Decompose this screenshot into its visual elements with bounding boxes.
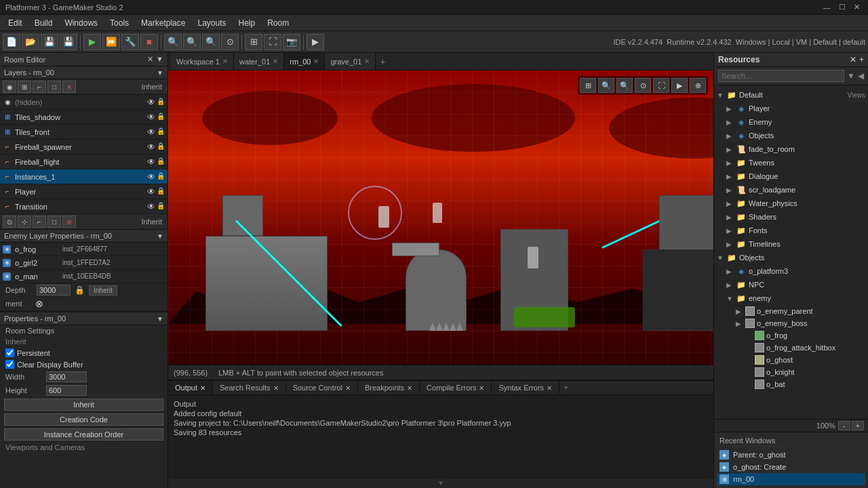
resources-search-input[interactable] — [718, 70, 844, 82]
instance-props-header[interactable]: Enemy Layer Properties - rm_00 ▼ — [0, 230, 167, 243]
bottom-tab-output[interactable]: Output ✕ — [168, 382, 213, 394]
canvas-play-btn[interactable]: ▶ — [671, 78, 688, 93]
persistent-checkbox[interactable] — [5, 348, 14, 357]
layer-fireball-flight-eye-icon[interactable]: 👁 — [147, 157, 155, 167]
source-tab-close-icon[interactable]: ✕ — [345, 384, 351, 392]
output-tab-close-icon[interactable]: ✕ — [200, 384, 205, 392]
stop-btn[interactable]: ■ — [140, 34, 158, 50]
layer-item-fireball-flight[interactable]: ⌐ Fireball_flight 👁 🔒 — [0, 155, 167, 169]
workspace-tab-close-icon[interactable]: ✕ — [222, 58, 228, 65]
tree-item-o-bat[interactable]: o_bat — [714, 378, 868, 390]
canvas-zoom-in-btn[interactable]: 🔍 — [616, 78, 633, 93]
recent-item-ghost-parent[interactable]: ◈ Parent: o_ghost — [717, 449, 865, 461]
search-toolbar-btn[interactable]: 🔍 — [164, 34, 182, 50]
debug-btn[interactable]: ⏩ — [102, 34, 120, 50]
layer-delete-btn[interactable]: ✕ — [62, 81, 76, 93]
tree-item-shaders[interactable]: ▶ 📁 Shaders — [714, 210, 868, 224]
tab-grave01[interactable]: grave_01 ✕ — [325, 53, 376, 70]
layer-fireball-spawner-lock-icon[interactable]: 🔒 — [157, 142, 165, 152]
bottom-tab-breakpoints[interactable]: Breakpoints ✕ — [358, 382, 420, 394]
tree-item-o-ghost[interactable]: o_ghost — [714, 354, 868, 366]
tree-item-o-enemy-parent[interactable]: ▶ o_enemy_parent — [714, 305, 868, 317]
add-tab-btn[interactable]: + — [376, 56, 389, 67]
canvas-zoom-out-btn[interactable]: 🔍 — [598, 78, 614, 93]
tree-item-o-frog[interactable]: o_frog — [714, 329, 868, 342]
tree-item-enemy-top[interactable]: ▶ ◈ Enemy — [714, 115, 868, 129]
recent-item-rm00[interactable]: ⊞ rm_00 — [717, 473, 865, 485]
tree-item-fonts[interactable]: ▶ 📁 Fonts — [714, 224, 868, 237]
tree-item-objects-folder[interactable]: ▼ 📁 Objects — [714, 251, 868, 264]
layers-header[interactable]: Layers - rm_00 ▼ — [0, 66, 167, 79]
fullscreen-btn[interactable]: ⛶ — [264, 34, 281, 50]
depth-inherit-btn[interactable]: Inherit — [89, 285, 117, 296]
layer-instances-1-eye-icon[interactable]: 👁 — [147, 172, 155, 182]
search-expand-icon[interactable]: ▼ — [847, 71, 855, 81]
zoom-minus-btn[interactable]: - — [838, 421, 850, 430]
menu-windows[interactable]: Windows — [59, 17, 103, 29]
layer-item-instances-1[interactable]: ⌐ Instances_1 👁 🔒 — [0, 169, 167, 184]
layer-instances-1-lock-icon[interactable]: 🔒 — [157, 172, 165, 182]
tree-item-objects-top[interactable]: ▶ ◈ Objects — [714, 129, 868, 142]
resources-close-icon[interactable]: ✕ — [850, 55, 856, 64]
depth-lock-icon[interactable]: 🔒 — [75, 285, 85, 295]
breakpoints-tab-close-icon[interactable]: ✕ — [407, 384, 412, 392]
layer-add-assets-btn[interactable]: □ — [47, 81, 61, 93]
room-editor-expand-icon[interactable]: ▼ — [156, 55, 163, 64]
layer-player-lock-icon[interactable]: 🔒 — [157, 187, 165, 197]
layer-tiles-shadow-lock-icon[interactable]: 🔒 — [157, 113, 165, 122]
tree-item-o-frog-attack[interactable]: o_frog_attack_hitbox — [714, 342, 868, 354]
menu-room[interactable]: Room — [262, 17, 294, 29]
tree-item-player[interactable]: ▶ ◈ Player — [714, 102, 868, 115]
layer-hidden-eye-icon[interactable]: 👁 — [147, 98, 155, 107]
tab-water01[interactable]: water_01 ✕ — [234, 53, 284, 70]
menu-tools[interactable]: Tools — [104, 17, 134, 29]
add-bottom-tab-btn[interactable]: + — [559, 381, 572, 394]
tree-item-npc[interactable]: ▶ 📁 NPC — [714, 278, 868, 291]
tree-item-tweens[interactable]: ▶ 📁 Tweens — [714, 156, 868, 169]
close-btn[interactable]: ✕ — [851, 3, 863, 12]
tab-workspace[interactable]: Workspace 1 ✕ — [171, 53, 234, 70]
open-btn[interactable]: 📂 — [22, 34, 39, 50]
canvas-zoom-fit-btn[interactable]: ⊙ — [635, 78, 651, 93]
clean-btn[interactable]: 🔧 — [121, 34, 139, 50]
recent-item-ghost-create[interactable]: ◈ o_ghost: Create — [717, 461, 865, 473]
layer-tb2-btn5[interactable]: ⊗ — [62, 216, 76, 228]
layer-item-tiles-shadow[interactable]: ⊞ Tiles_shadow 👁 🔒 — [0, 110, 167, 125]
zoom-out-btn[interactable]: 🔍 — [183, 34, 201, 50]
play2-btn[interactable]: ▶ — [307, 34, 324, 50]
menu-edit[interactable]: Edit — [3, 17, 28, 29]
menu-marketplace[interactable]: Marketplace — [136, 17, 191, 29]
tree-item-o-platform3[interactable]: ▶ ◈ o_platform3 — [714, 264, 868, 278]
room-props-arrow-icon[interactable]: ▼ — [157, 315, 163, 323]
camera-btn[interactable]: 📷 — [283, 34, 300, 50]
canvas-extra-btn[interactable]: ⊕ — [690, 78, 706, 93]
tree-item-dialogue[interactable]: ▶ 📁 Dialogue — [714, 169, 868, 183]
tree-item-o-enemy-boss[interactable]: ▶ o_enemy_boss — [714, 317, 868, 329]
tree-item-enemy-folder[interactable]: ▼ 📁 enemy — [714, 291, 868, 305]
resources-add-icon[interactable]: + — [859, 55, 864, 64]
save-btn[interactable]: 💾 — [41, 34, 58, 50]
bottom-tab-syntax-errors[interactable]: Syntax Errors ✕ — [492, 382, 559, 394]
layer-tiles-front-eye-icon[interactable]: 👁 — [147, 127, 155, 137]
layer-add-bg-btn[interactable]: ◉ — [3, 81, 16, 93]
menu-layouts[interactable]: Layouts — [192, 17, 231, 29]
zoom-reset-btn[interactable]: ⊙ — [221, 34, 239, 50]
syntax-errors-tab-close-icon[interactable]: ✕ — [547, 384, 552, 392]
tree-item-default[interactable]: ▼ 📁 Default Views — [714, 88, 868, 102]
tree-item-scr-loadgame[interactable]: ▶ 📜 scr_loadgame — [714, 183, 868, 197]
instance-creation-order-btn[interactable]: Instance Creation Order — [4, 428, 163, 441]
layer-inherit-btn[interactable]: Inherit — [138, 83, 165, 91]
tree-item-timelines[interactable]: ▶ 📁 Timelines — [714, 237, 868, 251]
layer-transition-eye-icon[interactable]: 👁 — [147, 202, 155, 211]
layer-hidden-lock-icon[interactable]: 🔒 — [157, 98, 165, 107]
layer-player-eye-icon[interactable]: 👁 — [147, 187, 155, 197]
layer-fireball-flight-lock-icon[interactable]: 🔒 — [157, 157, 165, 167]
instance-row-man[interactable]: ◉ o_man inst_10EEB4DB — [0, 270, 167, 283]
tab-rm00[interactable]: rm_00 ✕ — [284, 53, 325, 70]
grave01-tab-close-icon[interactable]: ✕ — [364, 58, 370, 65]
bottom-scroll-btn[interactable]: ▼ — [168, 477, 713, 488]
water01-tab-close-icon[interactable]: ✕ — [273, 58, 278, 65]
instance-props-arrow-icon[interactable]: ▼ — [157, 232, 163, 240]
layer-add-instances-btn[interactable]: ⌐ — [33, 81, 46, 93]
bottom-tab-compile-errors[interactable]: Compile Errors ✕ — [420, 382, 492, 394]
